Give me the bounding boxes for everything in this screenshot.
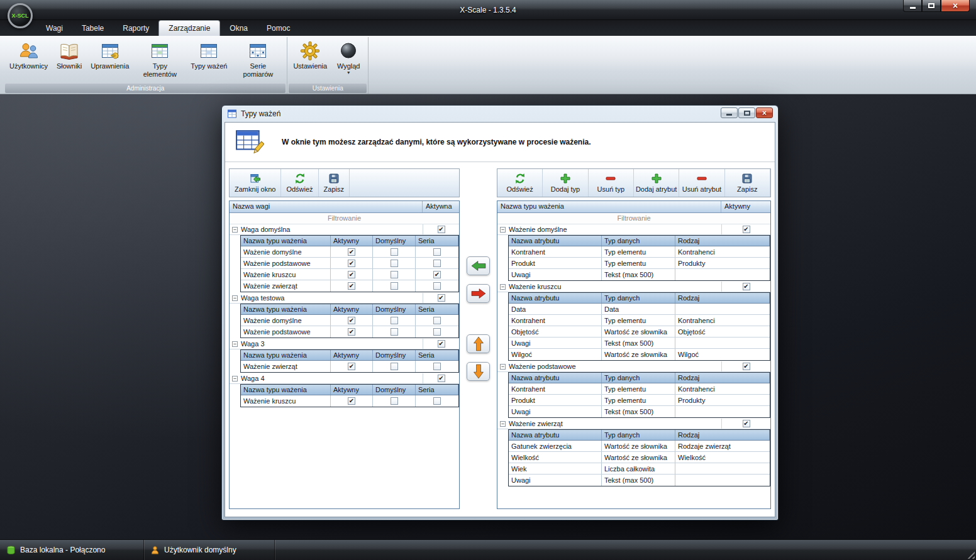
- domyslny-checkbox[interactable]: [391, 282, 398, 290]
- collapse-icon[interactable]: −: [500, 421, 506, 427]
- collapse-icon[interactable]: −: [500, 284, 506, 290]
- waga-row[interactable]: −Waga 4: [230, 373, 459, 384]
- seria-checkbox[interactable]: [433, 282, 441, 290]
- seria-checkbox[interactable]: [433, 397, 441, 405]
- collapse-icon[interactable]: −: [232, 295, 238, 301]
- collapse-icon[interactable]: −: [500, 227, 506, 233]
- aktywny-checkbox[interactable]: [348, 328, 355, 336]
- waga-active-checkbox[interactable]: [438, 375, 445, 382]
- filter-row[interactable]: Filtrowanie: [497, 213, 770, 224]
- seria-checkbox[interactable]: [433, 363, 441, 370]
- aktywny-checkbox[interactable]: [348, 248, 355, 256]
- toolbar-button-odswiez[interactable]: Odśwież: [281, 169, 318, 197]
- weighing-type-row[interactable]: Ważenie podstawowe: [241, 258, 458, 269]
- ribbon-button-ustawienia[interactable]: Ustawienia: [289, 39, 331, 72]
- domyslny-checkbox[interactable]: [391, 271, 398, 278]
- attribute-row[interactable]: KontrahentTyp elementuKontrahenci: [509, 315, 770, 326]
- collapse-icon[interactable]: −: [232, 341, 238, 347]
- attribute-row[interactable]: UwagiTekst (max 500): [509, 269, 770, 280]
- weighing-type-row[interactable]: Ważenie kruszcu: [241, 395, 458, 407]
- toolbar-button-dodaj-typ[interactable]: Dodaj typ: [543, 169, 588, 197]
- toolbar-button-zapisz[interactable]: Zapisz: [725, 169, 770, 197]
- typ-active-checkbox[interactable]: [743, 420, 750, 427]
- menu-tab-zarzadzanie[interactable]: Zarządzanie: [158, 20, 220, 36]
- collapse-icon[interactable]: −: [232, 227, 238, 233]
- seria-checkbox[interactable]: [433, 317, 441, 324]
- waga-row[interactable]: −Waga testowa: [230, 293, 459, 304]
- toolbar-button-zamknij-okno[interactable]: Zamknij okno: [230, 169, 281, 197]
- ribbon-button-uzytkownicy[interactable]: Użytkownicy: [6, 39, 52, 72]
- weighing-type-row[interactable]: Ważenie zwierząt: [241, 361, 458, 372]
- attribute-row[interactable]: ProduktTyp elementuProdukty: [509, 395, 770, 406]
- waga-active-checkbox[interactable]: [438, 294, 445, 302]
- toolbar-button-odswiez[interactable]: Odśwież: [497, 169, 543, 197]
- domyslny-checkbox[interactable]: [391, 397, 398, 405]
- aktywny-checkbox[interactable]: [348, 363, 355, 370]
- typ-active-checkbox[interactable]: [743, 226, 750, 233]
- toolbar-button-zapisz[interactable]: Zapisz: [319, 169, 350, 197]
- ribbon-button-slowniki[interactable]: Słowniki: [52, 39, 87, 72]
- typ-active-checkbox[interactable]: [743, 363, 750, 370]
- attribute-row[interactable]: ProduktTyp elementuProdukty: [509, 258, 770, 269]
- minimize-button[interactable]: [903, 0, 922, 12]
- weighing-type-row[interactable]: Ważenie kruszcu: [241, 269, 458, 280]
- resize-grip[interactable]: [965, 549, 975, 559]
- attribute-row[interactable]: UwagiTekst (max 500): [509, 338, 770, 349]
- aktywny-checkbox[interactable]: [348, 282, 355, 290]
- titlebar[interactable]: X-SCL X-Scale - 1.3.5.4 ×: [0, 0, 976, 20]
- seria-checkbox[interactable]: [433, 271, 441, 278]
- domyslny-checkbox[interactable]: [391, 328, 398, 336]
- weighing-type-row[interactable]: Ważenie zwierząt: [241, 280, 458, 292]
- attribute-row[interactable]: KontrahentTyp elementuKontrahenci: [509, 383, 770, 395]
- weighing-type-group-row[interactable]: −Ważenie kruszcu: [497, 282, 770, 292]
- ribbon-button-typy-elementow[interactable]: Typy elementów: [133, 39, 187, 79]
- filter-row[interactable]: Filtrowanie: [230, 213, 459, 224]
- attribute-row[interactable]: WilgoćWartość ze słownikaWilgoć: [509, 349, 770, 360]
- transfer-left-button[interactable]: [467, 256, 490, 275]
- menu-tab-raporty[interactable]: Raporty: [113, 20, 158, 36]
- collapse-icon[interactable]: −: [500, 364, 506, 370]
- transfer-up-button[interactable]: [467, 334, 490, 353]
- dialog-titlebar[interactable]: Typy ważeń ×: [222, 106, 778, 122]
- domyslny-checkbox[interactable]: [391, 317, 398, 324]
- weighing-type-row[interactable]: Ważenie podstawowe: [241, 326, 458, 338]
- ribbon-button-wyglad[interactable]: Wygląd▾: [331, 39, 366, 77]
- collapse-icon[interactable]: −: [232, 376, 238, 382]
- weighing-type-group-row[interactable]: −Ważenie domyślne: [497, 224, 770, 235]
- maximize-button[interactable]: [922, 0, 941, 12]
- attribute-row[interactable]: ObjętośćWartość ze słownikaObjętość: [509, 326, 770, 338]
- domyslny-checkbox[interactable]: [391, 248, 398, 256]
- weighing-type-group-row[interactable]: −Ważenie podstawowe: [497, 361, 770, 372]
- menu-tab-wagi[interactable]: Wagi: [36, 20, 72, 36]
- domyslny-checkbox[interactable]: [391, 363, 398, 370]
- column-header-nazwa-typu-wazenia[interactable]: Nazwa typu ważenia: [497, 201, 721, 212]
- aktywny-checkbox[interactable]: [348, 271, 355, 278]
- ribbon-button-typy-wazen[interactable]: Typy ważeń: [187, 39, 231, 72]
- attribute-row[interactable]: KontrahentTyp elementuKontrahenci: [509, 246, 770, 258]
- dialog-maximize-button[interactable]: [738, 107, 755, 118]
- attribute-row[interactable]: WielkośćWartość ze słownikaWielkość: [509, 452, 770, 463]
- column-header-aktywny[interactable]: Aktywny: [721, 201, 770, 212]
- attribute-row[interactable]: UwagiTekst (max 500): [509, 406, 770, 417]
- transfer-right-button[interactable]: [467, 284, 490, 303]
- weighing-type-row[interactable]: Ważenie domyślne: [241, 246, 458, 258]
- toolbar-button-usun-atrybut[interactable]: Usuń atrybut: [679, 169, 724, 197]
- column-header-aktywna[interactable]: Aktywna: [423, 201, 459, 212]
- toolbar-button-dodaj-atrybut[interactable]: Dodaj atrybut: [634, 169, 679, 197]
- domyslny-checkbox[interactable]: [391, 260, 398, 267]
- weighing-type-group-row[interactable]: −Ważenie zwierząt: [497, 419, 770, 429]
- transfer-down-button[interactable]: [467, 362, 490, 381]
- aktywny-checkbox[interactable]: [348, 397, 355, 405]
- attribute-row[interactable]: WiekLiczba całkowita: [509, 463, 770, 475]
- waga-row[interactable]: −Waga domyślna: [230, 224, 459, 235]
- ribbon-button-serie-pomiarow[interactable]: Serie pomiarów: [231, 39, 285, 79]
- waga-active-checkbox[interactable]: [438, 340, 445, 348]
- waga-row[interactable]: −Waga 3: [230, 339, 459, 349]
- seria-checkbox[interactable]: [433, 328, 441, 336]
- close-button[interactable]: ×: [941, 0, 970, 12]
- menu-tab-pomoc[interactable]: Pomoc: [257, 20, 299, 36]
- attribute-row[interactable]: DataData: [509, 304, 770, 315]
- ribbon-button-uprawnienia[interactable]: Uprawnienia: [87, 39, 133, 72]
- waga-active-checkbox[interactable]: [438, 226, 445, 233]
- seria-checkbox[interactable]: [433, 260, 441, 267]
